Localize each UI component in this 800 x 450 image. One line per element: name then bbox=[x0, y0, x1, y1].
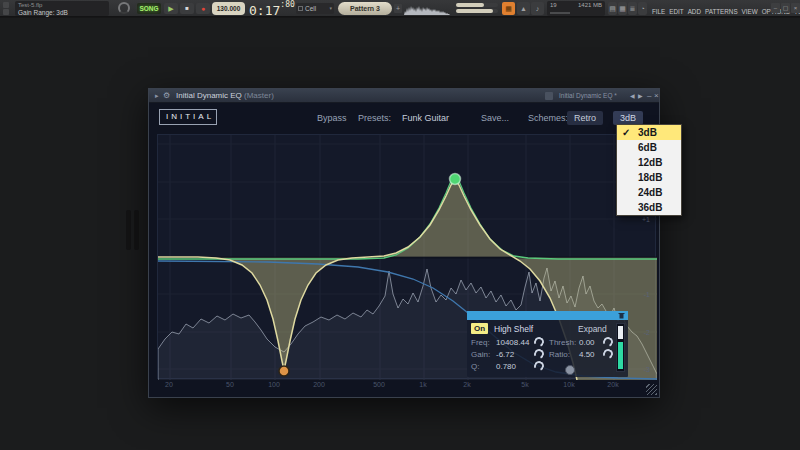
menu-item-18db[interactable]: 18dB bbox=[617, 170, 681, 185]
snap-selector[interactable]: Cell ▾ bbox=[296, 3, 334, 14]
save-button[interactable]: Save... bbox=[481, 111, 509, 125]
db-label-minus2: -2 bbox=[644, 329, 650, 336]
freq-value[interactable]: 10408.44 bbox=[496, 338, 529, 347]
db-label-plus1: +1 bbox=[642, 216, 650, 223]
mixer-icon[interactable]: ≣ bbox=[628, 2, 637, 15]
band-mode-label[interactable]: Expand bbox=[578, 324, 607, 334]
thresh-label: Thresh: bbox=[549, 338, 576, 347]
thresh-value[interactable]: 0.00 bbox=[579, 338, 595, 347]
db-label-minus3: -3 bbox=[644, 366, 650, 373]
band-level-meter bbox=[616, 323, 625, 372]
menu-item-6db[interactable]: 6dB bbox=[617, 140, 681, 155]
menu-add[interactable]: ADD bbox=[688, 8, 701, 15]
pattern-add-button[interactable]: + bbox=[394, 4, 402, 13]
stop-button[interactable]: ■ bbox=[180, 3, 194, 14]
menu-item-12db[interactable]: 12dB bbox=[617, 155, 681, 170]
plugin-minimize-button[interactable]: – bbox=[647, 89, 651, 103]
app-icon[interactable] bbox=[3, 2, 9, 8]
freq-label-500: 500 bbox=[373, 381, 385, 388]
cpu-meter bbox=[550, 12, 570, 14]
background-watermark bbox=[126, 210, 131, 250]
master-volume-slider[interactable] bbox=[456, 3, 498, 7]
typing-keyboard-icon[interactable]: ▦ bbox=[502, 2, 515, 15]
project-name: Test-5.flp bbox=[18, 2, 106, 9]
menu-item-36db[interactable]: 36dB bbox=[617, 200, 681, 215]
tempo-display[interactable]: 130.000 bbox=[212, 2, 245, 15]
q-label: Q: bbox=[471, 362, 479, 371]
trash-icon[interactable] bbox=[618, 312, 625, 319]
piano-roll-icon[interactable]: ▦ bbox=[618, 2, 627, 15]
prev-preset-icon[interactable]: ◀ bbox=[630, 89, 635, 103]
metronome-icon[interactable]: ♪ bbox=[531, 2, 544, 15]
band-drag-handle[interactable] bbox=[565, 365, 575, 375]
band-panel-header[interactable] bbox=[467, 311, 628, 320]
panel-toggle-icon[interactable] bbox=[3, 9, 9, 15]
meter-segment-top bbox=[618, 326, 623, 339]
gain-knob[interactable] bbox=[532, 347, 545, 360]
initial-logo: INITIAL bbox=[159, 109, 217, 125]
q-knob[interactable] bbox=[532, 359, 545, 372]
gear-icon[interactable]: ⚙ bbox=[163, 89, 170, 103]
q-value[interactable]: 0.780 bbox=[496, 362, 516, 371]
browser-icon[interactable]: ◔ bbox=[638, 2, 647, 15]
freq-label-5k: 5k bbox=[521, 381, 528, 388]
freq-label-100: 100 bbox=[268, 381, 280, 388]
menu-item-24db[interactable]: 24dB bbox=[617, 185, 681, 200]
preset-name[interactable]: Funk Guitar bbox=[402, 111, 449, 125]
plugin-titlebar[interactable]: ▸ ⚙ Initial Dynamic EQ (Master) Initial … bbox=[149, 89, 659, 103]
record-button[interactable]: ● bbox=[196, 3, 210, 14]
master-pitch-slider[interactable] bbox=[456, 9, 498, 13]
main-toolbar: Test-5.flp Gain Range: 3dB SONG ▶ ■ ● 13… bbox=[0, 0, 800, 17]
snap-checkbox-icon bbox=[298, 6, 303, 11]
menu-view[interactable]: VIEW bbox=[742, 8, 758, 15]
song-mode-switch[interactable]: SONG bbox=[137, 3, 161, 14]
play-button[interactable]: ▶ bbox=[164, 3, 178, 14]
ratio-value[interactable]: 4.50 bbox=[579, 350, 595, 359]
pattern-selector[interactable]: Pattern 3 bbox=[338, 2, 392, 15]
menu-item-3db[interactable]: ✓ 3dB bbox=[617, 125, 681, 140]
thresh-knob[interactable] bbox=[601, 335, 614, 348]
freq-label-200: 200 bbox=[313, 381, 325, 388]
bell-band-handle[interactable] bbox=[450, 174, 461, 185]
gain-label: Gain: bbox=[471, 350, 490, 359]
bypass-button[interactable]: Bypass bbox=[317, 111, 347, 125]
presets-label: Presets: bbox=[358, 111, 391, 125]
menu-file[interactable]: FILE bbox=[652, 8, 665, 15]
detach-icon[interactable] bbox=[545, 92, 553, 100]
band-type-label[interactable]: High Shelf bbox=[494, 324, 533, 334]
ratio-label: Ratio: bbox=[549, 350, 570, 359]
ratio-knob[interactable] bbox=[601, 347, 614, 360]
countdown-icon[interactable]: ▲ bbox=[517, 2, 530, 15]
main-volume-knob[interactable] bbox=[118, 2, 130, 14]
notch-band-handle[interactable] bbox=[279, 366, 289, 376]
freq-label-20: 20 bbox=[165, 381, 173, 388]
cpu-value: 19 bbox=[550, 2, 557, 8]
hint-panel: Test-5.flp Gain Range: 3dB bbox=[15, 1, 109, 16]
gain-value[interactable]: -6.72 bbox=[496, 350, 514, 359]
menu-patterns[interactable]: PATTERNS bbox=[705, 8, 738, 15]
plugin-close-button[interactable]: × bbox=[654, 89, 659, 103]
db-label-minus1: -1 bbox=[644, 291, 650, 298]
time-display: 0:17:80 bbox=[249, 0, 295, 17]
gain-range-button[interactable]: 3dB bbox=[613, 111, 643, 125]
window-close-button[interactable]: × bbox=[791, 3, 800, 13]
memory-value: 1421 MB bbox=[578, 2, 602, 8]
next-preset-icon[interactable]: ▶ bbox=[638, 89, 643, 103]
freq-label-20k: 20k bbox=[607, 381, 618, 388]
plugin-options-caret-icon[interactable]: ▸ bbox=[155, 89, 159, 103]
window-minimize-button[interactable]: – bbox=[771, 3, 780, 13]
freq-label-10k: 10k bbox=[563, 381, 574, 388]
freq-label-1k: 1k bbox=[419, 381, 426, 388]
band-on-button[interactable]: On bbox=[471, 323, 488, 334]
freq-label-50: 50 bbox=[226, 381, 234, 388]
schemes-label: Schemes: bbox=[528, 111, 568, 125]
plugin-tab-title[interactable]: Initial Dynamic EQ * bbox=[559, 89, 617, 103]
window-maximize-button[interactable]: ▢ bbox=[781, 3, 790, 13]
menu-edit[interactable]: EDIT bbox=[669, 8, 683, 15]
time-fraction: :80 bbox=[280, 0, 294, 9]
freq-knob[interactable] bbox=[532, 335, 545, 348]
playlist-icon[interactable]: ▤ bbox=[608, 2, 617, 15]
chevron-down-icon: ▾ bbox=[329, 3, 332, 14]
resize-grip[interactable] bbox=[646, 384, 657, 395]
scheme-selector[interactable]: Retro bbox=[567, 111, 603, 125]
